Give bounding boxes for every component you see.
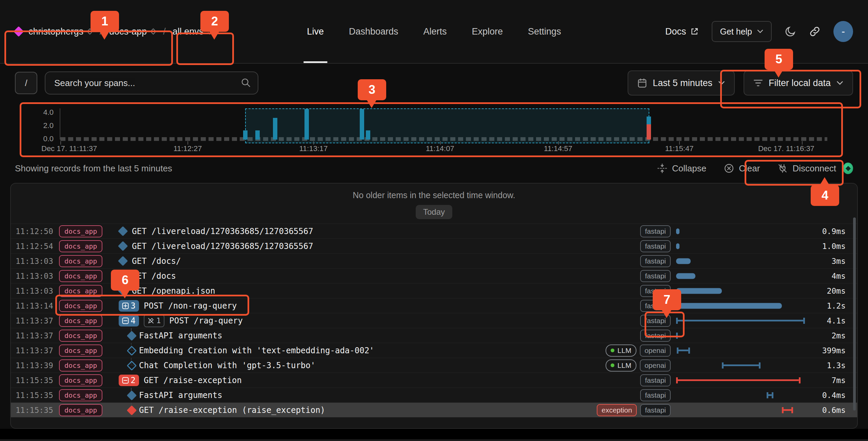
expand-children-badge[interactable]: 3 xyxy=(119,300,139,312)
collapse-children-badge[interactable]: 4 xyxy=(119,315,139,327)
plot-area[interactable] xyxy=(60,108,827,140)
showing-records-text: Showing records from the last 5 minutes xyxy=(15,163,172,174)
table-row[interactable]: 11:13:39 docs_app Chat Completion with '… xyxy=(11,358,857,373)
framework-tag[interactable]: openai xyxy=(640,359,671,372)
theme-toggle-moon-icon[interactable] xyxy=(785,26,796,37)
span-histogram[interactable]: 4.02.00.0 Dec 17. 11:11:3711:12:2711:13:… xyxy=(0,102,868,154)
org-selector[interactable]: christophergs xyxy=(28,26,93,37)
x-axis-tick xyxy=(313,141,314,145)
duration-value: 399ms xyxy=(810,346,857,355)
scrollbar-thumb[interactable] xyxy=(853,217,856,411)
service-name-tag[interactable]: docs_app xyxy=(59,330,102,342)
framework-tag[interactable]: fastapi xyxy=(640,404,671,416)
search-toolbar: / Last 5 minutes Filter local data xyxy=(0,64,868,102)
filter-local-data-button[interactable]: Filter local data xyxy=(744,70,853,96)
table-row[interactable]: 11:12:50 docs_app GET /livereload/127036… xyxy=(11,224,857,238)
framework-tag[interactable]: fastapi xyxy=(640,374,671,386)
service-name-tag[interactable]: docs_app xyxy=(59,389,102,401)
tab-explore[interactable]: Explore xyxy=(472,0,503,63)
table-row[interactable]: 11:12:54 docs_app GET /livereload/127036… xyxy=(11,238,857,253)
get-help-button[interactable]: Get help xyxy=(712,21,772,42)
search-input[interactable] xyxy=(45,71,258,94)
today-pill[interactable]: Today xyxy=(416,205,452,219)
disconnect-plug-icon xyxy=(777,163,788,173)
framework-tag[interactable]: fastapi xyxy=(640,270,671,282)
tree-connector xyxy=(119,343,139,358)
table-row[interactable]: 11:15:35 docs_app 2GET /raise-exception … xyxy=(11,373,857,387)
service-name-tag[interactable]: docs_app xyxy=(59,285,102,297)
filter-label: Filter local data xyxy=(769,78,831,88)
service-name-tag[interactable]: docs_app xyxy=(59,315,102,327)
span-main-cell: GET /raise-exception (raise_exception) xyxy=(113,403,600,417)
span-name: Chat Completion with 'gpt-3.5-turbo' xyxy=(139,361,315,370)
docs-link[interactable]: Docs xyxy=(665,26,699,37)
histogram-bar xyxy=(304,109,309,140)
framework-tag[interactable]: fastapi xyxy=(640,225,671,237)
chevron-down-icon xyxy=(836,81,844,86)
llm-tag[interactable]: LLM xyxy=(606,359,636,372)
clear-button[interactable]: Clear xyxy=(724,163,760,174)
span-rows: 11:12:50 docs_app GET /livereload/127036… xyxy=(11,224,857,417)
tab-settings[interactable]: Settings xyxy=(528,0,561,63)
disconnect-button[interactable]: Disconnect xyxy=(777,163,853,174)
share-link-icon[interactable] xyxy=(809,26,821,37)
duration-value: 0.6ms xyxy=(810,406,857,415)
tab-dashboards[interactable]: Dashboards xyxy=(349,0,398,63)
service-name-tag[interactable]: docs_app xyxy=(59,255,102,267)
framework-tag[interactable]: fastapi xyxy=(640,240,671,252)
top-bar: christophergs / docs-app / all envs Live… xyxy=(0,0,868,64)
table-row[interactable]: 11:13:37 docs_app 41POST /rag-query fast… xyxy=(11,313,857,328)
main-nav: Live Dashboards Alerts Explore Settings xyxy=(307,0,561,63)
framework-tag[interactable]: openai xyxy=(640,344,671,357)
row-timestamp: 11:13:03 xyxy=(11,287,59,295)
x-tick-label: 11:14:57 xyxy=(544,144,572,153)
chevron-down-icon xyxy=(757,29,764,34)
collapse-button[interactable]: Collapse xyxy=(657,163,706,174)
duration-bar-lane xyxy=(676,313,808,328)
service-name-tag[interactable]: docs_app xyxy=(59,300,102,312)
org-name: christophergs xyxy=(28,26,83,37)
service-name-tag[interactable]: docs_app xyxy=(59,240,102,252)
framework-tag[interactable]: fastapi xyxy=(640,389,671,401)
table-row[interactable]: 11:15:35 docs_app FastAPI arguments fast… xyxy=(11,387,857,402)
service-name-tag[interactable]: docs_app xyxy=(59,225,102,237)
table-row[interactable]: 11:13:37 docs_app Embedding Creation wit… xyxy=(11,343,857,358)
annotation-badge-1: 1 xyxy=(91,11,119,32)
clear-label: Clear xyxy=(739,163,760,174)
user-avatar[interactable]: - xyxy=(833,21,853,42)
time-range-button[interactable]: Last 5 minutes xyxy=(628,70,735,96)
service-name-tag[interactable]: docs_app xyxy=(59,270,102,282)
service-name-tag[interactable]: docs_app xyxy=(59,374,102,386)
framework-tag[interactable]: fastapi xyxy=(640,330,671,342)
tab-alerts[interactable]: Alerts xyxy=(423,0,447,63)
span-kind-diamond-icon xyxy=(127,405,137,415)
span-name: Embedding Creation with 'text-embedding-… xyxy=(139,346,374,355)
tab-live[interactable]: Live xyxy=(307,0,324,63)
span-main-cell: GET /docs/ xyxy=(113,254,600,268)
table-row[interactable]: 11:15:35 docs_app GET /raise-exception (… xyxy=(11,402,857,417)
span-duration-bar xyxy=(676,228,679,234)
span-duration-bar xyxy=(722,362,761,369)
llm-tag[interactable]: LLM xyxy=(606,344,636,357)
duration-value: 4ms xyxy=(810,272,857,280)
collapse-children-badge[interactable]: 2 xyxy=(119,375,139,386)
logfire-logo-icon xyxy=(13,26,24,37)
llm-green-dot xyxy=(611,349,614,352)
framework-tag[interactable]: fastapi xyxy=(640,255,671,267)
service-name-tag[interactable]: docs_app xyxy=(59,404,102,416)
row-timestamp: 11:15:35 xyxy=(11,376,59,385)
span-duration-bar xyxy=(676,273,695,279)
table-row[interactable]: 11:13:37 docs_app FastAPI arguments fast… xyxy=(11,328,857,343)
row-timestamp: 11:13:39 xyxy=(11,361,59,370)
duration-bar-lane xyxy=(676,254,808,268)
pending-spans-badge[interactable]: 1 xyxy=(144,314,164,327)
x-axis-tick xyxy=(60,141,61,145)
duration-value: 2ms xyxy=(810,331,857,340)
duration-bar-lane xyxy=(676,224,808,238)
service-name-tag[interactable]: docs_app xyxy=(59,359,102,372)
row-timestamp: 11:13:03 xyxy=(11,257,59,266)
exception-tag[interactable]: exception xyxy=(597,404,637,416)
table-row[interactable]: 11:13:14 docs_app 3POST /non-rag-query f… xyxy=(11,298,857,313)
table-row[interactable]: 11:13:03 docs_app GET /docs/ fastapi 3ms xyxy=(11,253,857,268)
service-name-tag[interactable]: docs_app xyxy=(59,344,102,357)
